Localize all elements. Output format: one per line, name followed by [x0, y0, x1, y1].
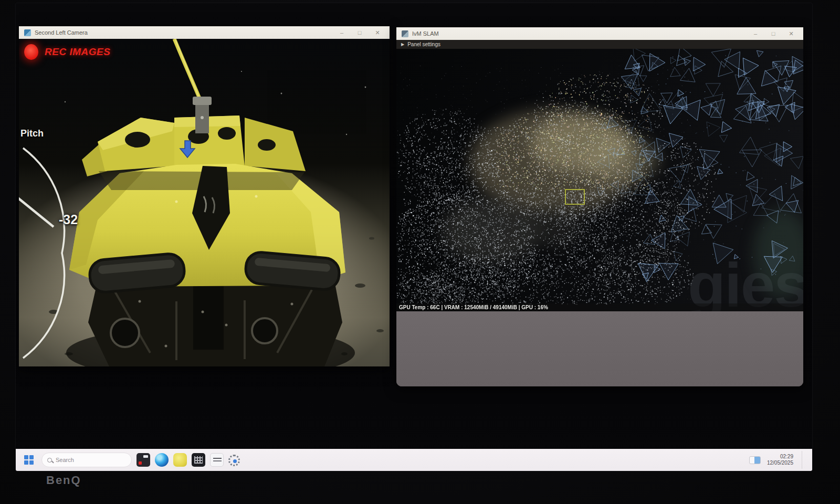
monitor-brand-logo: BenQ [46, 474, 81, 487]
taskbar: 02:29 12/05/2025 [16, 449, 812, 471]
settings-gear-icon[interactable] [228, 455, 240, 466]
slam-bottom-panel [396, 311, 803, 386]
pitch-value: -32 [59, 212, 78, 227]
clock-date: 12/05/2025 [767, 460, 793, 467]
panel-settings-label: Panel settings [407, 41, 440, 47]
search-icon [47, 458, 52, 463]
camera-window: Second Left Camera – □ ✕ [19, 26, 390, 366]
rec-label: REC IMAGES [45, 46, 110, 58]
minimize-button[interactable]: – [333, 27, 351, 38]
minimize-button[interactable]: – [747, 28, 764, 39]
pitch-label: Pitch [20, 128, 44, 139]
tray-display-icon[interactable] [749, 456, 761, 464]
camera-app-icon [24, 29, 31, 36]
taskbar-icon-app-dark[interactable] [136, 453, 150, 467]
taskbar-search[interactable] [41, 453, 132, 467]
taskbar-icon-edge-browser[interactable] [155, 453, 169, 467]
taskbar-icon-recorder-app[interactable] [210, 453, 224, 467]
close-button[interactable]: ✕ [782, 28, 800, 39]
taskbar-clock[interactable]: 02:29 12/05/2025 [767, 454, 793, 467]
taskbar-icon-yellow-app[interactable] [173, 453, 187, 467]
slam-window-title: IvM SLAM [412, 30, 439, 37]
slam-window: IvM SLAM – □ ✕ ▶ Panel settings gies GPU… [396, 27, 803, 386]
camera-feed: REC IMAGES Pitch -32 [19, 39, 390, 366]
chevron-right-icon: ▶ [401, 43, 404, 47]
monitor-bezel: Second Left Camera – □ ✕ [0, 0, 840, 504]
maximize-button[interactable]: □ [764, 28, 782, 39]
maximize-button[interactable]: □ [351, 27, 369, 38]
camera-window-title: Second Left Camera [35, 29, 88, 36]
rov-camera-scene [19, 39, 390, 366]
desktop-screen: Second Left Camera – □ ✕ [16, 3, 812, 471]
rec-indicator: REC IMAGES [24, 44, 110, 60]
search-input[interactable] [56, 457, 119, 463]
taskbar-icon-capture-app[interactable] [192, 453, 205, 467]
slam-3d-viewport[interactable]: gies GPU Temp : 66C | VRAM : 12540MiB / … [396, 49, 803, 311]
show-desktop-button[interactable] [802, 451, 804, 469]
rec-dot-icon [24, 44, 38, 60]
clock-time: 02:29 [767, 454, 793, 460]
slam-pointcloud-canvas[interactable] [396, 49, 803, 311]
gpu-stats-bar: GPU Temp : 66C | VRAM : 12540MiB / 49140… [396, 303, 803, 311]
close-button[interactable]: ✕ [369, 27, 386, 38]
windows-start-button[interactable] [21, 452, 37, 468]
panel-settings-bar[interactable]: ▶ Panel settings [396, 40, 803, 49]
gpu-stats-text: GPU Temp : 66C | VRAM : 12540MiB / 49140… [396, 304, 548, 310]
slam-titlebar[interactable]: IvM SLAM – □ ✕ [396, 27, 803, 40]
slam-app-icon [402, 30, 408, 37]
camera-titlebar[interactable]: Second Left Camera – □ ✕ [19, 26, 390, 39]
